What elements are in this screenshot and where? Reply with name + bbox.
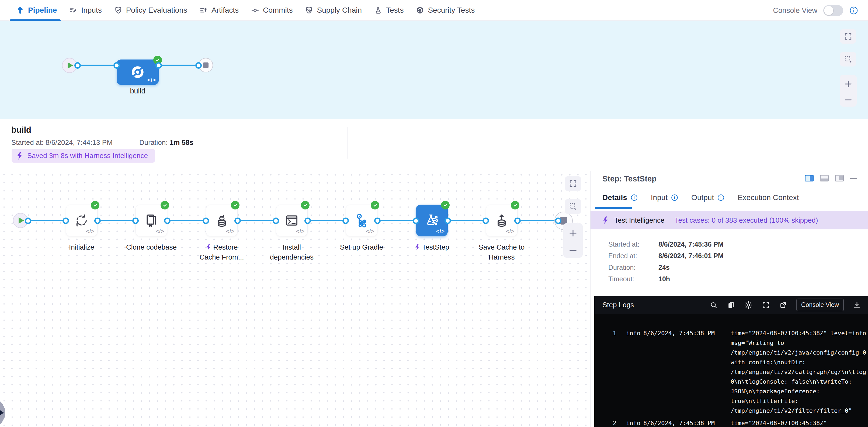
detail-row-timeout: Timeout: 10h [608,273,723,285]
lightning-icon [414,244,420,251]
layout-right-button[interactable] [835,175,844,182]
step-node-set-up-gradle[interactable]: </> [346,205,377,236]
tab-tests[interactable]: Tests [374,0,404,21]
harness-intelligence-badge[interactable]: Saved 3m 8s with Harness Intelligence [11,149,155,163]
initialize-icon [74,213,89,228]
panel-tabs: Details Input Output Execution Context [602,193,799,209]
fullscreen-button[interactable] [840,29,856,44]
fullscreen-button[interactable] [565,176,581,191]
detail-value: 10h [658,275,670,283]
log-line-2: 2 info 8/6/2024, 7:45:38 PM time="2024-0… [609,418,868,427]
step-label-line: Restore [187,242,257,252]
zoom-in-button[interactable] [844,80,852,88]
copy-icon[interactable] [727,301,735,309]
connector-port [114,62,120,69]
tab-input[interactable]: Input [651,193,678,209]
info-icon[interactable] [849,6,858,15]
tab-security-tests[interactable]: Security Tests [416,0,475,21]
expand-left-panel-handle[interactable] [0,401,5,424]
layout-split-right-button[interactable] [805,175,814,182]
terminal-icon [284,213,299,228]
minimize-panel-button[interactable] [850,178,857,179]
log-message-line: time="2024-08-07T00:45:38Z" level=info [731,328,867,338]
connector-port [555,218,561,224]
stage-label: build [111,87,164,95]
tab-commits[interactable]: Commits [251,0,292,21]
log-output[interactable]: 1 info 8/6/2024, 7:45:38 PM time="2024-0… [594,314,868,427]
zoom-out-button[interactable] [568,249,578,252]
step-node-restore-cache[interactable]: </> [206,205,238,236]
step-node-clone-codebase[interactable]: </> [135,205,167,236]
stage-graph-canvas[interactable]: </> build [0,21,868,119]
duration-value: 1m 58s [170,138,193,146]
tab-label: Details [602,193,627,202]
step-label-line: TestStep [397,242,467,252]
test-intelligence-banner[interactable]: Test Intelligence Test cases: 0 of 383 e… [591,211,868,229]
tab-artifacts[interactable]: Artifacts [199,0,239,21]
step-node-initialize[interactable]: </> [66,205,97,236]
layout-bottom-button[interactable] [820,175,829,182]
step-node-install-dependencies[interactable]: </> [276,205,308,236]
step-graph-canvas[interactable]: </> Initialize </> Clone codebase </> Re… [0,171,590,427]
code-icon: </> [506,228,515,234]
lightning-icon [206,244,212,251]
tab-inputs[interactable]: Inputs [69,0,101,21]
pipeline-icon [16,6,24,14]
step-logs-toolbar: Step Logs Console View [594,296,868,314]
code-icon: </> [156,228,164,234]
tab-policy-evaluations[interactable]: Policy Evaluations [114,0,187,21]
step-label-install-dependencies: Install dependencies [257,242,327,262]
code-icon: </> [366,228,374,234]
tab-details[interactable]: Details [602,193,638,209]
selection-tool-button[interactable] [565,199,581,214]
log-line-1: 1 info 8/6/2024, 7:45:38 PM time="2024-0… [609,328,868,416]
stage-node-build[interactable]: </> [117,60,159,85]
log-line-number: 1 [609,328,616,416]
code-icon: </> [226,228,235,234]
tab-label: Policy Evaluations [126,6,187,14]
step-detail-panel: Step: TestStep Details Input Output Exec… [590,171,868,427]
step-label-text: TestStep [422,243,449,251]
tab-execution-context[interactable]: Execution Context [738,193,799,209]
tab-output[interactable]: Output [691,193,725,209]
selection-tool-button[interactable] [840,52,856,66]
detail-row-started: Started at: 8/6/2024, 7:45:36 PM [608,238,723,250]
connector-port [155,62,162,69]
tab-label: Execution Context [738,193,799,202]
connector-port [25,218,31,224]
console-view-toggle[interactable] [823,5,843,16]
log-message-line: true\n\tfilterFile: [731,396,867,406]
step-label-line: Initialize [46,242,117,252]
connector-port [164,218,170,224]
tab-label: Artifacts [212,6,239,14]
started-at-text: Started at: 8/6/2024, 7:44:13 PM [11,138,113,147]
play-icon [68,62,73,69]
open-in-new-icon[interactable] [779,301,787,309]
step-node-teststep[interactable]: </> [416,205,448,236]
console-view-button[interactable]: Console View [796,299,844,311]
detail-row-ended: Ended at: 8/6/2024, 7:46:01 PM [608,250,723,262]
search-icon[interactable] [710,301,718,309]
duration-label: Duration: [139,138,170,146]
code-icon: </> [436,228,445,234]
panel-title: Step: TestStep [602,174,656,183]
fullscreen-icon[interactable] [762,301,770,309]
step-label-line: Set up Gradle [327,242,397,252]
step-label-text: Restore [213,243,238,251]
tab-pipeline[interactable]: Pipeline [16,0,57,21]
settings-gear-icon[interactable] [744,301,753,309]
download-icon[interactable] [853,301,861,309]
detail-label: Timeout: [608,275,658,283]
step-node-save-cache[interactable]: </> [486,205,518,236]
info-icon [630,194,638,201]
zoom-controls [563,223,583,258]
stage-summary: build Started at: 8/6/2024, 7:44:13 PM D… [0,119,868,171]
tab-supply-chain[interactable]: Supply Chain [305,0,362,21]
detail-label: Duration: [608,264,658,271]
zoom-out-button[interactable] [844,98,852,102]
artifacts-icon [199,6,208,14]
tab-label: Supply Chain [317,6,362,14]
log-timestamp: 8/6/2024, 7:45:38 PM [643,418,731,427]
code-icon: </> [147,77,156,83]
zoom-in-button[interactable] [568,229,578,238]
